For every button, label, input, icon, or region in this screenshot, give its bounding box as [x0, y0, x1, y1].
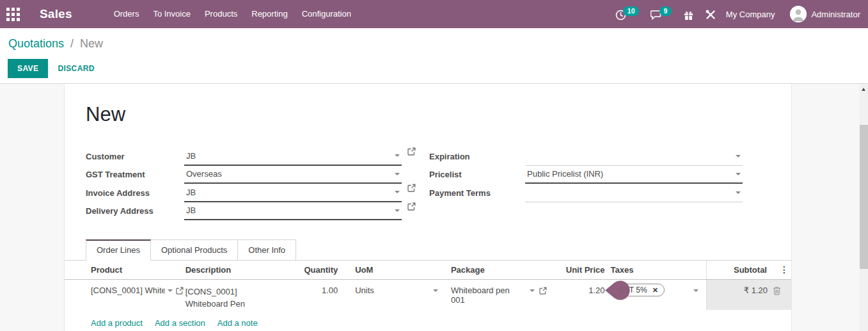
uom-dropdown-icon[interactable]: [433, 289, 438, 292]
gift-icon: [683, 10, 694, 20]
menu-configuration[interactable]: Configuration: [295, 0, 358, 28]
app-name[interactable]: Sales: [40, 7, 72, 21]
list-footer-links: Add a product Add a section Add a note: [91, 318, 791, 328]
expiration-input[interactable]: [525, 147, 743, 166]
field-row-gst-treatment: GST Treatment Overseas: [86, 166, 429, 184]
menu-to-invoice[interactable]: To Invoice: [146, 0, 198, 28]
customer-input[interactable]: JB: [184, 147, 402, 166]
package-dropdown-icon[interactable]: [530, 289, 535, 292]
tax-remove-icon[interactable]: ✕: [652, 286, 658, 295]
add-a-product-link[interactable]: Add a product: [91, 318, 143, 328]
cell-uom[interactable]: Units: [344, 280, 445, 310]
field-row-delivery-address: Delivery Address JB: [86, 202, 429, 221]
cell-quantity[interactable]: 1.00: [283, 280, 344, 310]
tab-other-info[interactable]: Other Info: [237, 239, 296, 260]
delivery-address-label: Delivery Address: [86, 202, 184, 221]
payment-terms-dropdown-icon[interactable]: [736, 191, 741, 194]
cell-package[interactable]: Whiteboard pen 001: [445, 280, 547, 310]
breadcrumb-current: New: [80, 37, 103, 50]
payment-terms-label: Payment Terms: [429, 184, 525, 202]
description-value: [CONS_0001] Whiteboard Pen: [185, 286, 275, 310]
menu-products[interactable]: Products: [198, 0, 244, 28]
user-menu[interactable]: Administrator: [790, 6, 860, 22]
field-row-invoice-address: Invoice Address JB: [86, 184, 429, 202]
column-options-icon[interactable]: ⋮: [780, 264, 789, 275]
header-unit-price: Unit Price: [547, 265, 608, 275]
breadcrumb-quotations[interactable]: Quotations: [8, 37, 64, 50]
breadcrumb-separator: /: [70, 37, 74, 50]
field-row-pricelist: Pricelist Public Pricelist (INR): [429, 166, 755, 184]
header-package: Package: [445, 265, 547, 275]
main-menu: Orders To Invoice Products Reporting Con…: [107, 0, 358, 28]
company-switcher[interactable]: My Company: [726, 10, 775, 19]
top-navbar: Sales Orders To Invoice Products Reporti…: [0, 0, 868, 28]
pricelist-input[interactable]: Public Pricelist (INR): [525, 166, 743, 184]
header-subtotal: Subtotal: [706, 261, 791, 279]
product-external-link-icon[interactable]: [176, 287, 184, 295]
gst-treatment-select[interactable]: Overseas: [184, 166, 402, 184]
vertical-scrollbar[interactable]: [860, 84, 868, 331]
delivery-address-input[interactable]: JB: [184, 202, 402, 221]
discard-button[interactable]: DISCARD: [58, 64, 94, 73]
invoice-address-input[interactable]: JB: [184, 184, 402, 202]
delete-line-icon[interactable]: [773, 286, 781, 295]
menu-orders[interactable]: Orders: [107, 0, 146, 28]
customer-value: JB: [186, 151, 196, 161]
customer-external-link-icon[interactable]: [407, 147, 416, 166]
notebook: Order Lines Optional Products Other Info…: [65, 239, 791, 328]
messages-button[interactable]: 9: [651, 8, 672, 20]
delivery-address-dropdown-icon[interactable]: [395, 209, 400, 212]
payment-terms-input[interactable]: [525, 184, 743, 202]
control-panel-buttons: SAVE DISCARD: [8, 59, 860, 78]
header-taxes: Taxes: [608, 265, 706, 275]
invoice-address-value: JB: [186, 188, 196, 197]
uom-value: Units: [355, 286, 374, 295]
order-line-row[interactable]: [CONS_0001] Whitel [CONS_0001] Whiteboar…: [65, 280, 791, 310]
tab-strip: Order Lines Optional Products Other Info: [65, 239, 791, 261]
product-value: [CONS_0001] Whitel: [91, 286, 165, 295]
invoice-address-external-link-icon[interactable]: [407, 184, 416, 202]
gst-treatment-dropdown-icon[interactable]: [395, 173, 400, 175]
save-button[interactable]: SAVE: [8, 59, 48, 78]
product-dropdown-icon[interactable]: [168, 289, 173, 292]
expiration-dropdown-icon[interactable]: [736, 155, 741, 157]
tab-order-lines[interactable]: Order Lines: [86, 239, 151, 261]
invoice-address-label: Invoice Address: [86, 184, 184, 202]
cell-unit-price[interactable]: 1.20: [547, 280, 608, 310]
tools-button[interactable]: [706, 8, 716, 20]
tax-tag[interactable]: GST 5% ✕: [611, 284, 665, 296]
add-a-note-link[interactable]: Add a note: [217, 318, 258, 328]
cell-description[interactable]: [CONS_0001] Whiteboard Pen: [185, 280, 283, 310]
activities-badge: 10: [623, 6, 639, 16]
control-panel: Quotations / New SAVE DISCARD: [0, 28, 868, 84]
header-description: Description: [185, 265, 283, 275]
package-external-link-icon[interactable]: [539, 287, 547, 295]
apps-menu-icon[interactable]: [6, 8, 20, 21]
field-row-customer: Customer JB: [86, 147, 429, 166]
cell-product[interactable]: [CONS_0001] Whitel: [65, 280, 185, 310]
tab-optional-products[interactable]: Optional Products: [150, 239, 238, 260]
order-lines-header: Product Description Quantity UoM Package…: [65, 261, 791, 280]
record-title: New: [86, 103, 791, 126]
user-name: Administrator: [811, 10, 860, 19]
systray: 10 9 My Company Administrator: [604, 6, 860, 22]
subtotal-value: ₹ 1.20: [744, 286, 768, 295]
customer-dropdown-icon[interactable]: [395, 154, 400, 157]
field-row-expiration: Expiration: [429, 147, 755, 166]
delivery-address-external-link-icon[interactable]: [407, 202, 416, 221]
taxes-dropdown-icon[interactable]: [693, 289, 698, 292]
header-uom: UoM: [344, 265, 445, 275]
scrollbar-up-arrow-icon[interactable]: [862, 88, 865, 91]
activities-button[interactable]: 10: [615, 8, 639, 20]
gift-button[interactable]: [683, 8, 694, 20]
form-fields: Customer JB GST Treatment: [65, 147, 791, 220]
scrollbar-thumb[interactable]: [860, 125, 868, 269]
menu-reporting[interactable]: Reporting: [244, 0, 294, 28]
content-area: New Customer JB GST T: [0, 84, 868, 331]
pricelist-dropdown-icon[interactable]: [736, 173, 741, 175]
invoice-address-dropdown-icon[interactable]: [395, 191, 400, 193]
add-a-section-link[interactable]: Add a section: [155, 318, 205, 328]
pricelist-label: Pricelist: [429, 166, 525, 184]
cell-taxes[interactable]: GST 5% ✕: [608, 280, 707, 310]
field-row-payment-terms: Payment Terms: [429, 184, 755, 202]
